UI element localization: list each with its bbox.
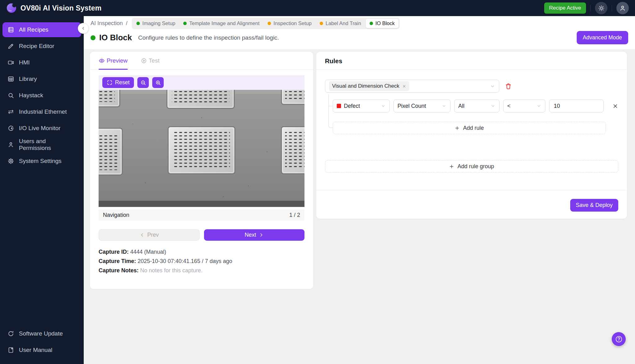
rule-group-row: Visual and Dimension Check <box>325 80 618 93</box>
sidebar-item-label: Library <box>19 76 37 82</box>
add-rule-button[interactable]: Add rule <box>333 122 606 134</box>
table-grid-icon <box>7 76 14 82</box>
app-logo-icon <box>6 3 17 13</box>
circular-arrow-icon <box>7 125 14 132</box>
sidebar-item-system-settings[interactable]: System Settings <box>2 154 81 169</box>
prev-label: Prev <box>147 232 159 238</box>
capture-notes-label: Capture Notes: <box>99 267 139 274</box>
help-button[interactable] <box>612 332 626 346</box>
zoom-out-icon <box>140 80 146 86</box>
sidebar-item-io-live-monitor[interactable]: I/O Live Monitor <box>2 121 81 136</box>
sidebar-item-user-manual[interactable]: User Manual <box>2 343 81 357</box>
step-io-block[interactable]: IO Block <box>366 19 399 28</box>
step-template-image-alignment[interactable]: Template Image and Alignment <box>180 19 263 28</box>
delete-rule-group-button[interactable] <box>505 83 512 90</box>
rule-threshold-input[interactable] <box>549 99 604 112</box>
user-avatar[interactable] <box>616 2 629 14</box>
add-rule-group-button[interactable]: Add rule group <box>325 160 618 173</box>
step-status-dot <box>370 22 373 25</box>
rule-tree: Defect Pixel Count <box>325 99 618 134</box>
tab-test[interactable]: Test <box>141 52 160 69</box>
next-capture-button[interactable]: Next <box>204 229 304 241</box>
prev-capture-button[interactable]: Prev <box>99 229 200 241</box>
sidebar-item-hmi[interactable]: HMI <box>2 55 81 70</box>
page-subtitle: Configure rules to define the inspection… <box>138 34 573 41</box>
breadcrumb-root[interactable]: AI Inspection <box>91 20 123 27</box>
chevron-down-icon <box>381 103 386 108</box>
tab-label: Test <box>149 57 160 64</box>
tag-remove-icon[interactable] <box>402 84 406 88</box>
chevron-down-icon <box>536 103 541 108</box>
rule-group-select[interactable]: Visual and Dimension Check <box>325 80 499 93</box>
step-status-dot <box>268 22 271 25</box>
rules-body: Visual and Dimension Check <box>316 70 627 173</box>
sidebar-item-library[interactable]: Library <box>2 72 81 86</box>
rule-operator-value: < <box>507 103 511 109</box>
navigation-label: Navigation <box>103 212 129 218</box>
sidebar-item-label: User Manual <box>19 347 52 353</box>
chevron-left-icon <box>81 26 86 31</box>
rule-class-select[interactable]: Defect <box>333 99 390 112</box>
sidebar-item-software-update[interactable]: Software Update <box>2 326 81 341</box>
main-area: AI Inspection / Imaging Setup Template I… <box>84 16 635 364</box>
add-rule-group-label: Add rule group <box>457 163 494 170</box>
gear-icon <box>7 158 14 164</box>
sidebar-item-all-recipes[interactable]: All Recipes <box>2 22 81 37</box>
sidebar-item-label: I/O Live Monitor <box>19 125 60 132</box>
recipe-active-badge: Recipe Active <box>544 2 586 14</box>
sidebar-collapse-button[interactable] <box>78 23 89 34</box>
step-label: IO Block <box>375 20 395 26</box>
sidebar-item-recipe-editor[interactable]: Recipe Editor <box>2 39 81 54</box>
chevron-down-icon <box>490 84 495 89</box>
preview-panel: Preview Test <box>90 52 313 289</box>
capture-nav-buttons: Prev Next <box>99 229 304 241</box>
capture-info: Capture ID: 4444 (Manual) Capture Time: … <box>99 249 304 274</box>
camera-icon <box>7 59 14 66</box>
capture-id-line: Capture ID: 4444 (Manual) <box>99 249 304 255</box>
sun-icon <box>598 5 605 11</box>
eye-icon <box>99 58 105 64</box>
zoom-out-button[interactable] <box>137 77 149 88</box>
sidebar-item-industrial-ethernet[interactable]: Industrial Ethernet <box>2 104 81 119</box>
app-root: OV80i AI Vision System Recipe Active <box>0 0 635 364</box>
remove-rule-button[interactable] <box>612 103 618 109</box>
rule-metric-select[interactable]: Pixel Count <box>393 99 451 112</box>
capture-notes-value: No notes for this capture. <box>140 267 202 274</box>
divider <box>590 5 591 11</box>
trash-icon <box>505 83 512 90</box>
sidebar-item-haystack[interactable]: Haystack <box>2 88 81 103</box>
sidebar-item-label: Software Update <box>19 330 63 337</box>
tag-label: Visual and Dimension Check <box>332 83 399 89</box>
step-imaging-setup[interactable]: Imaging Setup <box>133 19 179 28</box>
tab-preview[interactable]: Preview <box>99 52 128 69</box>
breadcrumb: AI Inspection / Imaging Setup Template I… <box>91 18 628 29</box>
sidebar-item-label: Industrial Ethernet <box>19 108 67 115</box>
theme-toggle-button[interactable] <box>595 2 607 14</box>
chevron-right-icon <box>259 232 264 238</box>
divider <box>612 5 612 11</box>
step-status-dot <box>183 22 187 25</box>
breadcrumb-separator: / <box>126 20 127 27</box>
inspection-capture-image[interactable] <box>99 90 304 207</box>
book-icon <box>7 347 14 353</box>
step-inspection-setup[interactable]: Inspection Setup <box>264 19 315 28</box>
step-label: Imaging Setup <box>142 20 175 26</box>
rule-metric-value: Pixel Count <box>397 103 426 109</box>
sidebar-nav: All Recipes Recipe Editor <box>0 22 84 170</box>
rule-scope-select[interactable]: All <box>454 99 500 112</box>
reset-view-button[interactable]: Reset <box>102 77 134 88</box>
swap-arrows-icon <box>7 108 14 115</box>
step-label-and-train[interactable]: Label And Train <box>316 19 365 28</box>
chevron-left-icon <box>140 232 145 238</box>
page-header: AI Inspection / Imaging Setup Template I… <box>84 16 635 49</box>
advanced-mode-button[interactable]: Advanced Mode <box>577 31 628 44</box>
app-title: OV80i AI Vision System <box>20 4 101 12</box>
save-deploy-button[interactable]: Save & Deploy <box>570 199 618 212</box>
selected-class-tag: Visual and Dimension Check <box>329 81 409 91</box>
zoom-in-button[interactable] <box>152 77 164 88</box>
sidebar-item-label: Recipe Editor <box>19 43 54 50</box>
sidebar-item-users-permissions[interactable]: Users and Permissions <box>2 137 81 152</box>
tree-connector <box>328 106 333 106</box>
list-stack-icon <box>7 26 14 33</box>
rule-operator-select[interactable]: < <box>503 99 545 112</box>
